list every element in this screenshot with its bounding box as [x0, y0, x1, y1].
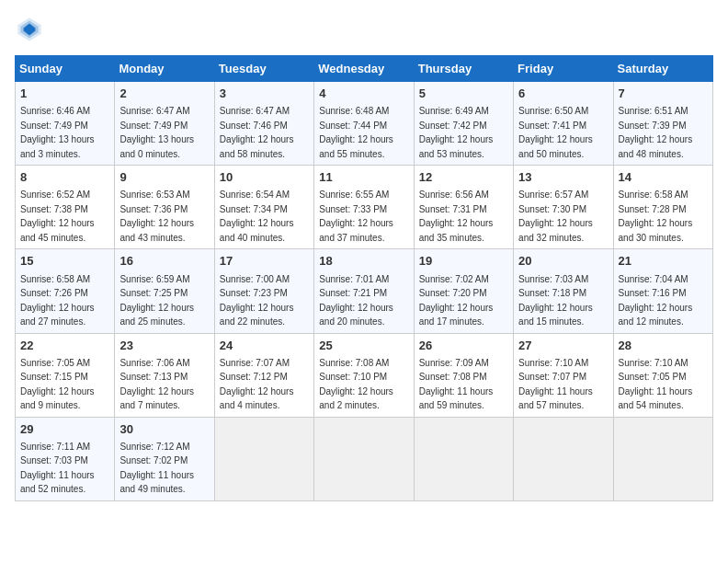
- day-number: 7: [619, 86, 708, 102]
- day-info: Sunrise: 7:12 AMSunset: 7:02 PMDaylight:…: [119, 442, 194, 495]
- calendar-header-row: SundayMondayTuesdayWednesdayThursdayFrid…: [16, 56, 713, 82]
- day-number: 3: [220, 86, 309, 102]
- day-info: Sunrise: 6:46 AMSunset: 7:49 PMDaylight:…: [20, 106, 95, 159]
- column-header-tuesday: Tuesday: [214, 56, 313, 82]
- day-info: Sunrise: 6:56 AMSunset: 7:31 PMDaylight:…: [419, 190, 494, 243]
- day-number: 12: [419, 169, 508, 186]
- day-info: Sunrise: 6:48 AMSunset: 7:44 PMDaylight:…: [319, 106, 393, 159]
- day-info: Sunrise: 7:11 AMSunset: 7:03 PMDaylight:…: [20, 442, 95, 495]
- day-number: 26: [419, 338, 508, 354]
- calendar-cell: 6 Sunrise: 6:50 AMSunset: 7:41 PMDayligh…: [514, 82, 613, 166]
- day-number: 6: [518, 86, 608, 102]
- day-info: Sunrise: 7:00 AMSunset: 7:23 PMDaylight:…: [220, 274, 294, 327]
- day-number: 19: [419, 253, 508, 270]
- day-number: 9: [119, 169, 209, 186]
- column-header-thursday: Thursday: [414, 56, 513, 82]
- calendar-week-row: 22 Sunrise: 7:05 AMSunset: 7:15 PMDaylig…: [16, 333, 713, 417]
- day-info: Sunrise: 6:58 AMSunset: 7:28 PMDaylight:…: [619, 190, 693, 243]
- day-number: 8: [20, 169, 109, 186]
- day-number: 22: [20, 338, 109, 354]
- calendar-cell: 16 Sunrise: 6:59 AMSunset: 7:25 PMDaylig…: [115, 249, 214, 333]
- page-header: [15, 15, 713, 44]
- day-info: Sunrise: 7:09 AMSunset: 7:08 PMDaylight:…: [419, 358, 494, 411]
- day-info: Sunrise: 7:06 AMSunset: 7:13 PMDaylight:…: [119, 358, 194, 411]
- calendar-cell: 4 Sunrise: 6:48 AMSunset: 7:44 PMDayligh…: [314, 82, 414, 166]
- calendar-cell: [514, 417, 613, 500]
- calendar-cell: 30 Sunrise: 7:12 AMSunset: 7:02 PMDaylig…: [115, 417, 214, 500]
- calendar-cell: 27 Sunrise: 7:10 AMSunset: 7:07 PMDaylig…: [514, 333, 613, 417]
- day-number: 30: [119, 421, 209, 438]
- calendar-cell: [414, 417, 513, 500]
- day-info: Sunrise: 6:55 AMSunset: 7:33 PMDaylight:…: [319, 190, 393, 243]
- calendar-cell: 26 Sunrise: 7:09 AMSunset: 7:08 PMDaylig…: [414, 333, 513, 417]
- day-number: 25: [319, 338, 408, 354]
- day-info: Sunrise: 7:05 AMSunset: 7:15 PMDaylight:…: [20, 358, 95, 411]
- day-info: Sunrise: 6:58 AMSunset: 7:26 PMDaylight:…: [20, 274, 95, 327]
- day-info: Sunrise: 6:51 AMSunset: 7:39 PMDaylight:…: [619, 106, 693, 159]
- day-info: Sunrise: 6:50 AMSunset: 7:41 PMDaylight:…: [518, 106, 593, 159]
- calendar-cell: 7 Sunrise: 6:51 AMSunset: 7:39 PMDayligh…: [613, 82, 712, 166]
- day-info: Sunrise: 6:47 AMSunset: 7:46 PMDaylight:…: [220, 106, 294, 159]
- day-number: 24: [220, 338, 309, 354]
- day-info: Sunrise: 7:02 AMSunset: 7:20 PMDaylight:…: [419, 274, 494, 327]
- day-info: Sunrise: 7:01 AMSunset: 7:21 PMDaylight:…: [319, 274, 393, 327]
- calendar-week-row: 29 Sunrise: 7:11 AMSunset: 7:03 PMDaylig…: [16, 417, 713, 500]
- calendar-cell: [214, 417, 313, 500]
- calendar-cell: 9 Sunrise: 6:53 AMSunset: 7:36 PMDayligh…: [115, 166, 214, 249]
- day-number: 13: [518, 169, 608, 186]
- day-number: 21: [619, 253, 708, 270]
- column-header-saturday: Saturday: [613, 56, 712, 82]
- day-number: 20: [518, 253, 608, 270]
- calendar-cell: 24 Sunrise: 7:07 AMSunset: 7:12 PMDaylig…: [214, 333, 313, 417]
- calendar-cell: [613, 417, 712, 500]
- day-number: 4: [319, 86, 408, 102]
- day-info: Sunrise: 7:04 AMSunset: 7:16 PMDaylight:…: [619, 274, 693, 327]
- logo-icon: [15, 15, 44, 44]
- calendar-cell: 11 Sunrise: 6:55 AMSunset: 7:33 PMDaylig…: [314, 166, 414, 249]
- day-info: Sunrise: 6:59 AMSunset: 7:25 PMDaylight:…: [119, 274, 194, 327]
- day-info: Sunrise: 6:49 AMSunset: 7:42 PMDaylight:…: [419, 106, 494, 159]
- calendar-cell: 15 Sunrise: 6:58 AMSunset: 7:26 PMDaylig…: [16, 249, 115, 333]
- day-number: 1: [20, 86, 109, 102]
- day-info: Sunrise: 7:08 AMSunset: 7:10 PMDaylight:…: [319, 358, 393, 411]
- day-number: 23: [119, 338, 209, 354]
- day-info: Sunrise: 7:07 AMSunset: 7:12 PMDaylight:…: [220, 358, 294, 411]
- column-header-wednesday: Wednesday: [314, 56, 414, 82]
- day-info: Sunrise: 6:47 AMSunset: 7:49 PMDaylight:…: [119, 106, 194, 159]
- calendar-cell: 23 Sunrise: 7:06 AMSunset: 7:13 PMDaylig…: [115, 333, 214, 417]
- calendar-week-row: 8 Sunrise: 6:52 AMSunset: 7:38 PMDayligh…: [16, 166, 713, 249]
- day-number: 29: [20, 421, 109, 438]
- day-number: 11: [319, 169, 408, 186]
- calendar-table: SundayMondayTuesdayWednesdayThursdayFrid…: [15, 55, 713, 501]
- day-number: 2: [119, 86, 209, 102]
- calendar-cell: 14 Sunrise: 6:58 AMSunset: 7:28 PMDaylig…: [613, 166, 712, 249]
- calendar-week-row: 15 Sunrise: 6:58 AMSunset: 7:26 PMDaylig…: [16, 249, 713, 333]
- day-info: Sunrise: 7:03 AMSunset: 7:18 PMDaylight:…: [518, 274, 593, 327]
- day-number: 27: [518, 338, 608, 354]
- calendar-cell: 1 Sunrise: 6:46 AMSunset: 7:49 PMDayligh…: [16, 82, 115, 166]
- calendar-cell: 19 Sunrise: 7:02 AMSunset: 7:20 PMDaylig…: [414, 249, 513, 333]
- calendar-cell: 20 Sunrise: 7:03 AMSunset: 7:18 PMDaylig…: [514, 249, 613, 333]
- calendar-cell: 12 Sunrise: 6:56 AMSunset: 7:31 PMDaylig…: [414, 166, 513, 249]
- calendar-cell: 25 Sunrise: 7:08 AMSunset: 7:10 PMDaylig…: [314, 333, 414, 417]
- day-number: 16: [119, 253, 209, 270]
- calendar-cell: 17 Sunrise: 7:00 AMSunset: 7:23 PMDaylig…: [214, 249, 313, 333]
- calendar-cell: 29 Sunrise: 7:11 AMSunset: 7:03 PMDaylig…: [16, 417, 115, 500]
- calendar-cell: 18 Sunrise: 7:01 AMSunset: 7:21 PMDaylig…: [314, 249, 414, 333]
- day-info: Sunrise: 7:10 AMSunset: 7:07 PMDaylight:…: [518, 358, 593, 411]
- day-number: 28: [619, 338, 708, 354]
- calendar-cell: 5 Sunrise: 6:49 AMSunset: 7:42 PMDayligh…: [414, 82, 513, 166]
- calendar-cell: 2 Sunrise: 6:47 AMSunset: 7:49 PMDayligh…: [115, 82, 214, 166]
- day-number: 14: [619, 169, 708, 186]
- calendar-cell: 13 Sunrise: 6:57 AMSunset: 7:30 PMDaylig…: [514, 166, 613, 249]
- day-number: 17: [220, 253, 309, 270]
- day-info: Sunrise: 6:52 AMSunset: 7:38 PMDaylight:…: [20, 190, 95, 243]
- calendar-cell: 21 Sunrise: 7:04 AMSunset: 7:16 PMDaylig…: [613, 249, 712, 333]
- logo: [15, 15, 48, 44]
- column-header-monday: Monday: [115, 56, 214, 82]
- day-number: 10: [220, 169, 309, 186]
- column-header-friday: Friday: [514, 56, 613, 82]
- day-info: Sunrise: 6:53 AMSunset: 7:36 PMDaylight:…: [119, 190, 194, 243]
- calendar-cell: 10 Sunrise: 6:54 AMSunset: 7:34 PMDaylig…: [214, 166, 313, 249]
- column-header-sunday: Sunday: [16, 56, 115, 82]
